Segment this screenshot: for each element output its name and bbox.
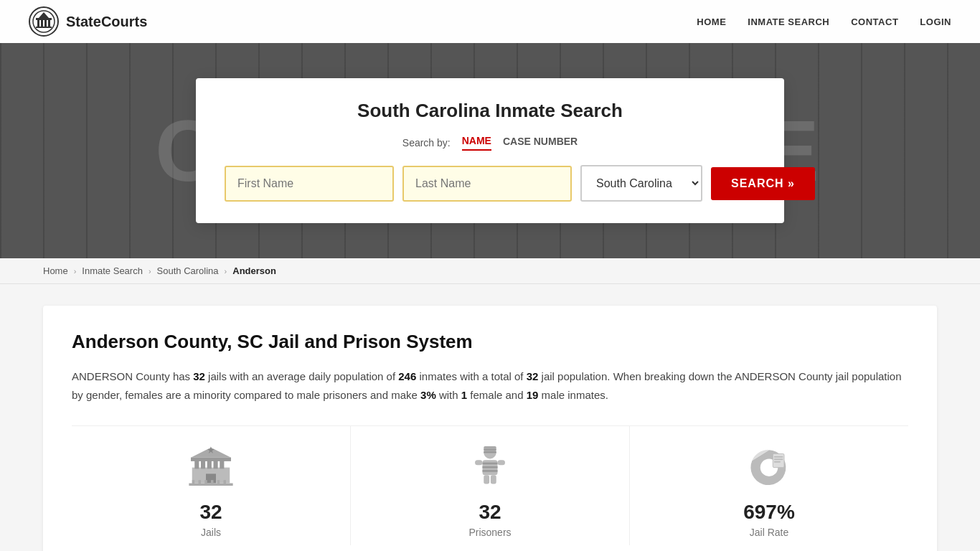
stat-jails: 32 Jails bbox=[72, 426, 351, 545]
stat-jail-rate: 697% Jail Rate bbox=[630, 426, 908, 545]
svg-rect-13 bbox=[214, 460, 218, 468]
svg-rect-12 bbox=[207, 460, 212, 468]
content-card: Anderson County, SC Jail and Prison Syst… bbox=[43, 306, 937, 551]
desc-female: 1 bbox=[461, 389, 467, 401]
header: StateCourts HOME INMATE SEARCH CONTACT L… bbox=[0, 0, 980, 43]
search-button[interactable]: SEARCH » bbox=[711, 167, 815, 200]
breadcrumb-inmate-search[interactable]: Inmate Search bbox=[82, 265, 143, 276]
svg-rect-31 bbox=[483, 463, 498, 465]
svg-rect-39 bbox=[773, 453, 784, 467]
breadcrumb-current: Anderson bbox=[232, 265, 276, 276]
stat-prisoners-number: 32 bbox=[479, 501, 501, 524]
svg-rect-34 bbox=[475, 460, 483, 465]
svg-rect-41 bbox=[774, 458, 783, 460]
desc-part3: inmates with a total of bbox=[416, 370, 526, 382]
prisoner-person-icon bbox=[461, 441, 519, 491]
main-content: Anderson County, SC Jail and Prison Syst… bbox=[0, 284, 980, 551]
logo-area: StateCourts bbox=[29, 6, 147, 37]
last-name-input[interactable] bbox=[402, 166, 572, 202]
breadcrumb-home[interactable]: Home bbox=[43, 265, 68, 276]
desc-male: 19 bbox=[527, 389, 539, 401]
svg-marker-8 bbox=[39, 12, 49, 18]
search-inputs-row: South CarolinaAlabamaAlaskaArizonaArkans… bbox=[225, 165, 755, 202]
search-by-row: Search by: NAME CASE NUMBER bbox=[225, 135, 755, 151]
county-desc: ANDERSON County has 32 jails with an ave… bbox=[72, 367, 908, 404]
search-card: South Carolina Inmate Search Search by: … bbox=[196, 78, 784, 223]
tab-case-number[interactable]: CASE NUMBER bbox=[503, 136, 578, 150]
svg-rect-22 bbox=[204, 480, 207, 485]
svg-rect-25 bbox=[224, 480, 227, 485]
breadcrumb: Home › Inmate Search › South Carolina › … bbox=[0, 258, 980, 284]
stat-jail-rate-number: 697% bbox=[743, 501, 795, 524]
main-nav: HOME INMATE SEARCH CONTACT LOGIN bbox=[697, 17, 951, 27]
site-name: StateCourts bbox=[66, 14, 147, 30]
breadcrumb-sep-3: › bbox=[225, 267, 227, 276]
tab-name[interactable]: NAME bbox=[462, 135, 491, 151]
svg-rect-15 bbox=[191, 458, 231, 461]
stats-row: 32 Jails bbox=[72, 425, 908, 545]
svg-rect-32 bbox=[483, 466, 498, 468]
desc-part6: female and bbox=[467, 389, 527, 401]
svg-rect-3 bbox=[41, 19, 43, 27]
nav-login[interactable]: LOGIN bbox=[920, 17, 951, 27]
nav-contact[interactable]: CONTACT bbox=[851, 17, 898, 27]
court-building-icon bbox=[182, 441, 240, 491]
state-select[interactable]: South CarolinaAlabamaAlaskaArizonaArkans… bbox=[580, 165, 702, 202]
hero-section: COURTHOUSE South Carolina Inmate Search … bbox=[0, 43, 980, 258]
svg-rect-36 bbox=[484, 475, 489, 484]
statecourts-logo-icon bbox=[29, 6, 59, 37]
svg-point-0 bbox=[29, 7, 58, 36]
svg-rect-23 bbox=[211, 480, 214, 485]
svg-rect-42 bbox=[774, 461, 781, 463]
breadcrumb-sep-2: › bbox=[149, 267, 151, 276]
svg-rect-7 bbox=[36, 27, 52, 28]
stat-prisoners: 32 Prisoners bbox=[351, 426, 630, 545]
svg-rect-5 bbox=[48, 19, 50, 27]
desc-jails: 32 bbox=[193, 370, 205, 382]
svg-rect-33 bbox=[483, 470, 498, 472]
desc-part5: with bbox=[436, 389, 461, 401]
nav-home[interactable]: HOME bbox=[697, 17, 726, 27]
svg-rect-11 bbox=[201, 460, 205, 468]
nav-inmate-search[interactable]: INMATE SEARCH bbox=[748, 17, 829, 27]
county-name-inline: ANDERSON bbox=[72, 370, 133, 382]
desc-total: 32 bbox=[527, 370, 539, 382]
svg-rect-24 bbox=[217, 480, 220, 485]
svg-rect-28 bbox=[484, 451, 496, 453]
first-name-input[interactable] bbox=[225, 166, 394, 202]
pie-chart-icon bbox=[740, 441, 798, 491]
svg-rect-37 bbox=[491, 475, 496, 484]
breadcrumb-sep-1: › bbox=[74, 267, 77, 276]
svg-rect-6 bbox=[36, 18, 52, 20]
svg-rect-35 bbox=[498, 460, 506, 465]
desc-part7: male inmates. bbox=[538, 389, 608, 401]
svg-rect-21 bbox=[199, 480, 202, 485]
svg-rect-40 bbox=[774, 456, 783, 458]
svg-rect-20 bbox=[192, 480, 195, 485]
desc-part2: jails with an average daily population o… bbox=[205, 370, 398, 382]
desc-pop: 246 bbox=[398, 370, 416, 382]
breadcrumb-state[interactable]: South Carolina bbox=[157, 265, 219, 276]
stat-jail-rate-label: Jail Rate bbox=[750, 527, 788, 538]
county-title: Anderson County, SC Jail and Prison Syst… bbox=[72, 331, 908, 353]
stat-jails-number: 32 bbox=[199, 501, 222, 524]
svg-rect-2 bbox=[37, 19, 39, 27]
svg-rect-10 bbox=[194, 460, 199, 468]
search-by-label: Search by: bbox=[402, 137, 451, 149]
svg-rect-4 bbox=[44, 19, 47, 27]
svg-rect-14 bbox=[220, 460, 224, 468]
stat-jails-label: Jails bbox=[201, 527, 221, 538]
desc-pct: 3% bbox=[420, 389, 436, 401]
stat-prisoners-label: Prisoners bbox=[468, 527, 511, 538]
svg-rect-29 bbox=[484, 446, 496, 449]
desc-part1: County has bbox=[133, 370, 193, 382]
search-card-title: South Carolina Inmate Search bbox=[225, 100, 755, 122]
